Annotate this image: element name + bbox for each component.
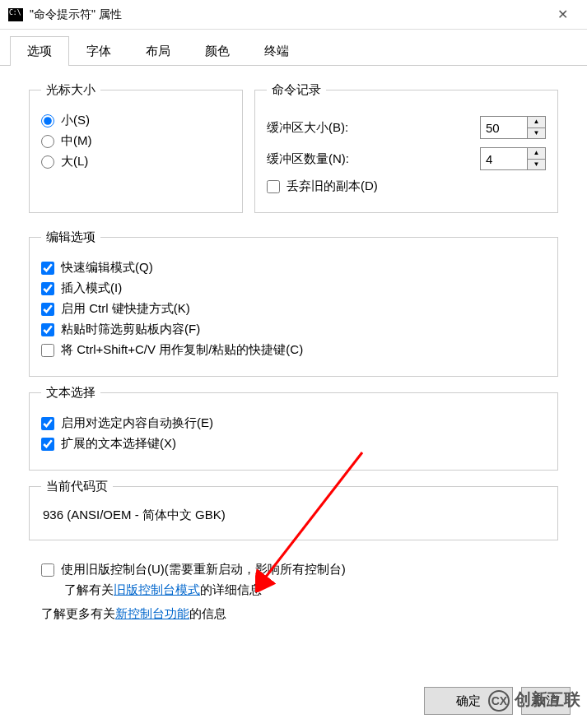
- cursor-medium-label: 中(M): [61, 133, 92, 149]
- quick-edit-check[interactable]: 快速编辑模式(Q): [41, 260, 546, 276]
- new-suffix: 的信息: [189, 606, 226, 620]
- text-select-group: 文本选择 启用对选定内容自动换行(E) 扩展的文本选择键(X): [29, 385, 558, 471]
- line-wrap-check[interactable]: 启用对选定内容自动换行(E): [41, 415, 546, 431]
- extended-keys-check[interactable]: 扩展的文本选择键(X): [41, 436, 546, 452]
- tab-layout[interactable]: 布局: [128, 36, 188, 66]
- buffer-size-input[interactable]: [481, 117, 527, 138]
- edit-legend: 编辑选项: [41, 230, 100, 245]
- watermark-logo-icon: CX: [488, 690, 510, 712]
- buffer-count-up[interactable]: ▲: [528, 148, 545, 160]
- buffer-size-spinbox[interactable]: ▲ ▼: [480, 116, 546, 139]
- discard-old-label: 丢弃旧的副本(D): [287, 179, 378, 194]
- command-history-group: 命令记录 缓冲区大小(B): ▲ ▼ 缓冲区数量(N):: [254, 82, 558, 213]
- cmd-icon: [8, 8, 23, 21]
- cursor-large-radio[interactable]: 大(L): [41, 154, 231, 169]
- buffer-count-spinbox[interactable]: ▲ ▼: [480, 147, 546, 170]
- insert-mode-label: 插入模式(I): [61, 281, 122, 296]
- new-prefix: 了解更多有关: [41, 606, 115, 620]
- cursor-medium-input[interactable]: [41, 135, 54, 148]
- quick-edit-input[interactable]: [41, 262, 54, 275]
- legacy-console-input[interactable]: [41, 563, 54, 577]
- legacy-link-line: 了解有关旧版控制台模式的详细信息: [64, 582, 546, 598]
- filter-clipboard-input[interactable]: [41, 323, 54, 336]
- buffer-count-down[interactable]: ▼: [528, 160, 545, 170]
- quick-edit-label: 快速编辑模式(Q): [61, 260, 153, 276]
- tab-bar: 选项 字体 布局 颜色 终端: [0, 30, 587, 66]
- extended-keys-input[interactable]: [41, 438, 54, 451]
- legacy-console-label: 使用旧版控制台(U)(需要重新启动，影响所有控制台): [61, 562, 346, 577]
- tab-terminal[interactable]: 终端: [247, 36, 306, 66]
- cursor-size-group: 光标大小 小(S) 中(M) 大(L): [29, 82, 243, 213]
- ctrl-shift-cv-input[interactable]: [41, 344, 54, 357]
- legacy-console-link[interactable]: 旧版控制台模式: [114, 582, 200, 596]
- history-legend: 命令记录: [267, 82, 326, 98]
- window-title: "命令提示符" 属性: [30, 7, 546, 22]
- legacy-prefix: 了解有关: [64, 582, 114, 596]
- line-wrap-label: 启用对选定内容自动换行(E): [61, 415, 213, 431]
- new-link-line: 了解更多有关新控制台功能的信息: [41, 606, 546, 622]
- cursor-small-label: 小(S): [61, 113, 90, 128]
- cursor-medium-radio[interactable]: 中(M): [41, 133, 231, 149]
- ctrl-shortcut-input[interactable]: [41, 303, 54, 316]
- tab-options[interactable]: 选项: [10, 36, 69, 66]
- line-wrap-input[interactable]: [41, 417, 54, 430]
- legacy-suffix: 的详细信息: [200, 582, 262, 596]
- ctrl-shift-cv-label: 将 Ctrl+Shift+C/V 用作复制/粘贴的快捷键(C): [61, 342, 303, 358]
- legacy-console-check[interactable]: 使用旧版控制台(U)(需要重新启动，影响所有控制台): [41, 562, 546, 577]
- watermark-text: 创新互联: [515, 690, 580, 708]
- insert-mode-input[interactable]: [41, 282, 54, 295]
- buffer-count-input[interactable]: [481, 148, 527, 169]
- codepage-group: 当前代码页 936 (ANSI/OEM - 简体中文 GBK): [29, 479, 558, 540]
- insert-mode-check[interactable]: 插入模式(I): [41, 281, 546, 296]
- cursor-large-input[interactable]: [41, 155, 54, 169]
- watermark: CX 创新互联: [488, 689, 580, 712]
- buffer-count-label: 缓冲区数量(N):: [267, 151, 480, 167]
- buffer-size-label: 缓冲区大小(B):: [267, 120, 480, 136]
- ctrl-shortcut-check[interactable]: 启用 Ctrl 键快捷方式(K): [41, 301, 546, 317]
- filter-clipboard-check[interactable]: 粘贴时筛选剪贴板内容(F): [41, 322, 546, 337]
- discard-old-check[interactable]: 丢弃旧的副本(D): [267, 179, 546, 194]
- buffer-size-up[interactable]: ▲: [528, 117, 545, 128]
- extended-keys-label: 扩展的文本选择键(X): [61, 436, 176, 452]
- text-select-legend: 文本选择: [41, 385, 100, 401]
- ctrl-shift-cv-check[interactable]: 将 Ctrl+Shift+C/V 用作复制/粘贴的快捷键(C): [41, 342, 546, 358]
- cursor-small-input[interactable]: [41, 114, 54, 128]
- filter-clipboard-label: 粘贴时筛选剪贴板内容(F): [61, 322, 200, 337]
- title-bar: "命令提示符" 属性 ✕: [0, 0, 587, 30]
- close-button[interactable]: ✕: [546, 2, 579, 27]
- cursor-legend: 光标大小: [41, 82, 100, 98]
- cursor-large-label: 大(L): [61, 154, 88, 169]
- codepage-legend: 当前代码页: [41, 479, 113, 494]
- cursor-small-radio[interactable]: 小(S): [41, 113, 231, 128]
- tab-font[interactable]: 字体: [69, 36, 128, 66]
- edit-options-group: 编辑选项 快速编辑模式(Q) 插入模式(I) 启用 Ctrl 键快捷方式(K) …: [29, 230, 558, 377]
- codepage-value: 936 (ANSI/OEM - 简体中文 GBK): [41, 504, 546, 526]
- ctrl-shortcut-label: 启用 Ctrl 键快捷方式(K): [61, 301, 190, 317]
- buffer-size-down[interactable]: ▼: [528, 128, 545, 139]
- tab-color[interactable]: 颜色: [188, 36, 247, 66]
- discard-old-input[interactable]: [267, 180, 280, 193]
- new-console-link[interactable]: 新控制台功能: [115, 606, 189, 620]
